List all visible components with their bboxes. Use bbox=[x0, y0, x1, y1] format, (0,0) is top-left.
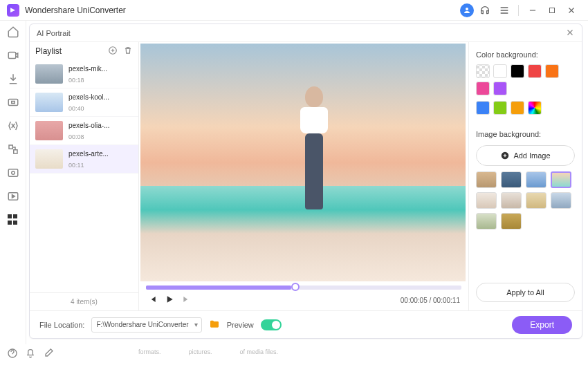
support-icon[interactable] bbox=[477, 2, 493, 19]
item-name: pexels-olia-... bbox=[68, 122, 132, 129]
bg-thumb[interactable] bbox=[476, 192, 497, 209]
svg-rect-6 bbox=[8, 169, 18, 177]
color-swatch-amber[interactable] bbox=[511, 101, 524, 115]
color-swatch-purple[interactable] bbox=[493, 82, 507, 95]
color-swatch-orange[interactable] bbox=[545, 64, 559, 78]
bg-thumb[interactable] bbox=[551, 192, 571, 209]
close-icon[interactable] bbox=[563, 2, 580, 19]
bg-thumb[interactable] bbox=[476, 213, 497, 230]
item-name: pexels-arte... bbox=[68, 150, 132, 158]
preview-canvas[interactable] bbox=[140, 44, 466, 281]
nav-compress-icon[interactable] bbox=[6, 95, 20, 109]
thumbnail-icon bbox=[35, 64, 63, 84]
next-frame-icon[interactable] bbox=[182, 294, 192, 306]
item-duration: 00:40 bbox=[68, 105, 132, 112]
ai-portrait-dialog: AI Portrait Playlist pexels-mik... 00:18… bbox=[29, 24, 582, 339]
bg-thumb[interactable] bbox=[526, 192, 546, 209]
feedback-icon[interactable] bbox=[43, 348, 54, 362]
color-swatch-pink[interactable] bbox=[476, 82, 490, 95]
app-logo-icon bbox=[7, 4, 19, 17]
item-duration: 00:11 bbox=[68, 162, 132, 169]
nav-merge-icon[interactable] bbox=[6, 142, 20, 156]
add-image-label: Add Image bbox=[513, 151, 550, 160]
svg-rect-2 bbox=[8, 53, 16, 59]
color-swatch-white[interactable] bbox=[493, 64, 507, 78]
color-swatch-transparent[interactable] bbox=[476, 64, 490, 78]
preview-toggle[interactable] bbox=[261, 319, 282, 330]
bg-thumb[interactable] bbox=[501, 192, 522, 209]
nav-record-icon[interactable] bbox=[6, 166, 20, 180]
playlist-count: 4 item(s) bbox=[30, 292, 138, 310]
prev-frame-icon[interactable] bbox=[147, 294, 157, 306]
export-button[interactable]: Export bbox=[512, 316, 572, 334]
dialog-close-icon[interactable] bbox=[565, 28, 575, 39]
color-swatch-red[interactable] bbox=[528, 64, 542, 78]
nav-edit-icon[interactable] bbox=[6, 119, 20, 133]
bg-thumb[interactable] bbox=[526, 171, 546, 188]
item-name: pexels-kool... bbox=[68, 93, 132, 101]
notification-icon[interactable] bbox=[25, 348, 36, 362]
file-location-select[interactable]: F:\Wondershare UniConverter bbox=[91, 317, 201, 333]
bg-thumb[interactable] bbox=[501, 171, 522, 188]
open-folder-icon[interactable] bbox=[209, 319, 220, 331]
file-location-label: File Location: bbox=[39, 321, 84, 329]
minimize-icon[interactable] bbox=[524, 2, 541, 19]
playlist-item[interactable]: pexels-mik... 00:18 bbox=[30, 60, 138, 88]
playback-time: 00:00:05 / 00:00:11 bbox=[401, 297, 460, 304]
delete-icon[interactable] bbox=[123, 46, 133, 57]
thumbnail-icon bbox=[35, 93, 63, 112]
timeline-slider[interactable] bbox=[146, 286, 461, 290]
menu-icon[interactable] bbox=[496, 2, 513, 19]
playlist-panel: Playlist pexels-mik... 00:18 pexels-kool… bbox=[30, 42, 139, 310]
bg-thumb[interactable] bbox=[476, 171, 497, 188]
color-swatch-black[interactable] bbox=[511, 64, 524, 78]
playlist-item[interactable]: pexels-arte... 00:11 bbox=[30, 145, 138, 174]
nav-download-icon[interactable] bbox=[6, 72, 20, 86]
color-swatch-rainbow[interactable] bbox=[528, 101, 542, 115]
preview-panel: 00:00:05 / 00:00:11 bbox=[139, 42, 468, 310]
svg-rect-3 bbox=[8, 100, 18, 106]
bg-thumb[interactable] bbox=[551, 171, 571, 188]
svg-point-7 bbox=[11, 171, 15, 175]
add-file-icon[interactable] bbox=[108, 46, 118, 57]
nav-player-icon[interactable] bbox=[6, 189, 20, 203]
dialog-title: AI Portrait bbox=[37, 29, 71, 37]
statusbar bbox=[0, 344, 588, 365]
playlist-title: Playlist bbox=[35, 46, 62, 56]
svg-rect-4 bbox=[9, 145, 12, 149]
item-duration: 00:08 bbox=[68, 133, 132, 140]
left-nav bbox=[0, 21, 26, 344]
nav-video-icon[interactable] bbox=[6, 48, 20, 62]
nav-toolbox-icon[interactable] bbox=[6, 213, 20, 227]
apply-all-button[interactable]: Apply to All bbox=[476, 283, 575, 302]
color-swatch-green[interactable] bbox=[493, 101, 507, 115]
add-image-button[interactable]: Add Image bbox=[476, 145, 575, 166]
preview-label: Preview bbox=[227, 321, 254, 329]
svg-rect-5 bbox=[13, 150, 17, 153]
image-bg-label: Image background: bbox=[476, 130, 575, 138]
item-name: pexels-mik... bbox=[68, 65, 132, 73]
dialog-footer: File Location: F:\Wondershare UniConvert… bbox=[30, 310, 582, 338]
play-icon[interactable] bbox=[164, 294, 175, 306]
thumbnail-icon bbox=[35, 121, 63, 140]
dialog-header: AI Portrait bbox=[30, 24, 582, 42]
maximize-icon[interactable] bbox=[544, 2, 560, 19]
account-icon[interactable] bbox=[460, 3, 474, 17]
color-swatch-blue[interactable] bbox=[476, 101, 490, 115]
thumbnail-icon bbox=[35, 149, 63, 169]
svg-rect-1 bbox=[550, 8, 555, 12]
playlist-item[interactable]: pexels-kool... 00:40 bbox=[30, 88, 138, 117]
subject-cutout bbox=[290, 86, 338, 225]
bg-thumb[interactable] bbox=[501, 213, 522, 230]
color-bg-label: Color background: bbox=[476, 50, 575, 59]
app-window: Wondershare UniConverter AI Portrait bbox=[0, 0, 588, 365]
titlebar: Wondershare UniConverter bbox=[0, 0, 588, 21]
app-title: Wondershare UniConverter bbox=[25, 6, 126, 15]
nav-home-icon[interactable] bbox=[6, 25, 20, 39]
item-duration: 00:18 bbox=[68, 77, 132, 84]
svg-point-0 bbox=[466, 8, 468, 10]
help-icon[interactable] bbox=[7, 348, 18, 362]
playlist-item[interactable]: pexels-olia-... 00:08 bbox=[30, 117, 138, 145]
settings-panel: Color background: Image background: Add … bbox=[468, 42, 582, 310]
